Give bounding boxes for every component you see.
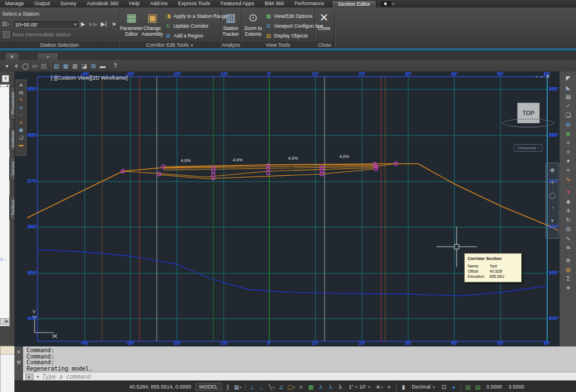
panel-label-corridor-edit-tools[interactable]: Corridor Edit Tools ▼ (119, 42, 220, 48)
layout-tool-icon[interactable]: ⊞ (563, 225, 574, 233)
layer-states-icon[interactable]: ▥ (70, 62, 80, 70)
pan-hand-icon[interactable]: ✛ (548, 178, 556, 186)
workspace-gear-icon[interactable]: ✳▾ (375, 383, 383, 391)
calculator-icon[interactable]: ▬ (98, 62, 107, 70)
showmotion-icon[interactable]: ▾ (548, 216, 556, 224)
annotation-scale-button[interactable]: 1" = 10' ▼ (347, 384, 374, 390)
menu-item[interactable]: Help (124, 1, 145, 6)
object-viewer-icon[interactable]: ⊞ (89, 62, 98, 70)
zoom-realtime-icon[interactable]: ◯ (21, 62, 30, 70)
command-suggest-icon[interactable]: ▸ (25, 374, 33, 380)
pan-tool-icon[interactable]: ✛ (563, 206, 574, 214)
menu-item[interactable]: Survey (55, 1, 82, 6)
text-style-icon[interactable]: A (17, 81, 25, 88)
zoom-previous-icon[interactable]: ◰ (39, 62, 48, 70)
grid-display-icon[interactable]: ▦▾ (234, 383, 242, 391)
viewport-name-button[interactable]: Unnamed ▾ (514, 144, 543, 152)
play-all-stations-icon[interactable]: ▶▶ (89, 20, 98, 28)
spell-check-icon[interactable]: ✓ (17, 111, 25, 118)
command-input[interactable]: ▸ ▼ Type a command (23, 372, 576, 381)
drafting-lines-icon[interactable]: ∥ (224, 383, 232, 391)
polar-tracking-icon[interactable]: ╲▾ (268, 383, 276, 391)
panel-label-view-tools[interactable]: View Tools (242, 42, 314, 48)
units-ruler-icon[interactable]: ▮ (399, 383, 408, 391)
viewport-maximize-icon[interactable]: ⊡ (439, 383, 448, 391)
menu-item[interactable]: Express Tools (173, 1, 216, 6)
menu-item[interactable]: Featured Apps (216, 1, 260, 6)
viewcube-compass-ring[interactable] (502, 119, 554, 127)
named-views-icon[interactable]: ▦ (61, 62, 70, 70)
zoom-window-icon[interactable]: ▭ (30, 62, 39, 70)
text-mask-icon[interactable]: ▬ (17, 141, 25, 148)
new-drawing-tab[interactable]: + (37, 52, 59, 61)
corridor-tool-icon[interactable]: ≣ (563, 256, 574, 264)
screencast-dropdown-icon[interactable]: ▾ (392, 2, 394, 6)
menu-item[interactable]: Autodesk 360 (82, 1, 124, 6)
add-region-button[interactable]: ⊞Add a Region (165, 32, 228, 39)
grade-slope-icon[interactable]: ◣ (563, 83, 574, 91)
sheet-view-icon[interactable]: ▤ (52, 62, 61, 70)
restore-icon[interactable]: ▫ (541, 74, 543, 80)
profile-tool-icon[interactable]: ∿ (563, 234, 574, 242)
image-frame-icon[interactable]: ▣ (17, 126, 25, 133)
copy-icon[interactable]: ❏ (563, 111, 574, 119)
screencast-icon[interactable] (381, 1, 391, 6)
toolspace-hscrollbar[interactable]: ▶ (0, 318, 10, 325)
station-select[interactable]: 10+00.00' ▼ (13, 20, 80, 29)
panel-label-station-selection[interactable]: Station Selection (0, 42, 119, 48)
menu-item[interactable]: Performance (289, 1, 330, 6)
boxed-text-icon[interactable]: ❏ (17, 134, 25, 141)
section-tool-icon[interactable]: ≋ (563, 243, 574, 251)
toolspace-panel[interactable] (0, 86, 10, 326)
play-station-icon[interactable]: ▶ (78, 20, 88, 28)
find-text-icon[interactable]: ◎ (17, 104, 25, 111)
pick-station-icon[interactable]: ➤ (110, 20, 119, 28)
annotation-visibility-icon[interactable]: λ (317, 383, 325, 391)
single-line-text-icon[interactable]: A| (17, 89, 25, 96)
save-intermediate-station-button[interactable]: Save Intermediate station (3, 31, 71, 38)
corridor-section-links[interactable] (123, 164, 396, 179)
object-snap-tracking-icon[interactable]: ∠ (277, 383, 286, 391)
material-icon[interactable]: ◍ (563, 265, 574, 273)
zoom-nav-icon[interactable]: ◯ (548, 191, 556, 199)
annotation-scale-flyout-icon[interactable]: λ (336, 383, 345, 391)
panel-label-analyze[interactable]: Analyze (221, 42, 241, 48)
close-editor-button[interactable]: ✕ Close (314, 11, 334, 32)
navigation-bar[interactable]: ◉✛◯◔▾ (545, 163, 559, 239)
help-icon[interactable]: ? (111, 62, 120, 70)
transparency-icon[interactable]: ▩ (307, 383, 315, 391)
section-view-canvas[interactable] (14, 71, 559, 346)
units-button[interactable]: Decimal ▼ (409, 384, 438, 390)
point-label-icon[interactable]: ✧ (563, 148, 574, 156)
text-align-icon[interactable]: A (17, 119, 25, 126)
sheet-icon[interactable]: ▤ (563, 92, 574, 100)
panel-label-close[interactable]: Close (315, 42, 334, 48)
object-snap-icon[interactable]: ▢▾ (287, 383, 296, 391)
model-space-button[interactable]: MODEL (195, 383, 222, 391)
surface-layer-icon-1[interactable]: ▤ (464, 383, 472, 391)
globe-icon[interactable]: ◉ (563, 129, 574, 137)
minimize-icon[interactable]: − (535, 74, 538, 80)
ortho-mode-icon[interactable]: ∟ (258, 383, 266, 391)
plus-icon[interactable]: + (385, 383, 393, 391)
quantity-icon[interactable]: Σ (563, 274, 574, 282)
command-history[interactable]: Command: Command: Command: Regenerating … (23, 346, 576, 373)
slope-tool-icon[interactable]: ◪ (80, 62, 89, 70)
pan-icon[interactable]: ✛ (12, 62, 21, 70)
wrench-icon[interactable]: ⚒ (16, 359, 22, 366)
lineweight-icon[interactable]: ≡ (297, 383, 306, 391)
viewport-title[interactable]: [-][Custom View][2D Wireframe] (51, 74, 127, 81)
change-assembly-button[interactable]: ▣ Change Assembly (141, 11, 163, 37)
surface-tool-icon[interactable]: ◈ (563, 197, 574, 205)
parameter-editor-button[interactable]: ▦ Parameter Editor (121, 11, 142, 37)
point-create-icon[interactable]: ✧ (563, 138, 574, 146)
toolspace-help-icon[interactable]: ? (2, 75, 9, 82)
menu-item[interactable]: Add-ins (145, 1, 173, 6)
graphics-status-icon[interactable]: ● (449, 383, 458, 391)
zoom-to-extents-button[interactable]: ⊙ Zoom to Extents (242, 11, 264, 37)
scroll-right-icon[interactable]: ▶ (4, 319, 9, 323)
close-command-icon[interactable]: ✕ (16, 349, 22, 356)
station-tracker-button[interactable]: ▥ Station Tracker (220, 11, 241, 37)
ground-polyline[interactable] (27, 164, 558, 231)
marker-pin-icon[interactable]: ▼ (563, 188, 574, 196)
